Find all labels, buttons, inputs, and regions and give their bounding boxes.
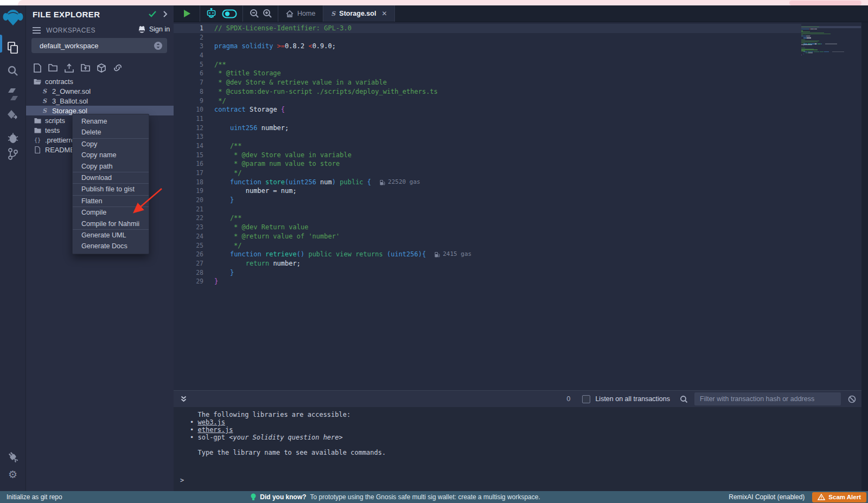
bullet: • [190, 418, 197, 426]
line-number: 11 [174, 114, 203, 124]
editor-minimap[interactable] [801, 22, 861, 102]
code-line-content: * @return value of 'number' [214, 232, 340, 241]
line-number: 5 [174, 60, 203, 69]
new-file-icon[interactable] [34, 63, 41, 73]
braces-icon: {} [34, 137, 41, 143]
chevron-right-icon[interactable] [163, 11, 168, 17]
upload-folder-icon[interactable] [81, 63, 90, 73]
minimap-line [801, 55, 861, 55]
code-token: { [367, 178, 371, 186]
menu-item-download[interactable]: Download [73, 172, 149, 183]
minimap-segment [807, 37, 811, 38]
search-icon[interactable] [680, 395, 688, 403]
code-line-14: 14 /** [174, 141, 801, 151]
upload-file-icon[interactable] [65, 63, 74, 73]
line-number: 12 [174, 124, 203, 133]
code-token: * @title Storage [214, 69, 281, 77]
code-token [214, 196, 230, 204]
solidity-icon: S [41, 98, 48, 105]
line-number: 17 [174, 169, 203, 178]
ai-robot-icon[interactable] [206, 8, 217, 19]
editor-scrollbar-track[interactable] [861, 22, 868, 491]
gas-estimate-badge: 22520 gas [380, 178, 420, 187]
menu-item-compile-for-nahmii[interactable]: Compile for Nahmii [73, 218, 149, 229]
settings-gear-icon[interactable]: ⚙ [0, 469, 25, 480]
tree-item-2-owner-sol[interactable]: S2_Owner.sol [26, 86, 174, 96]
browser-top-strip [0, 0, 868, 5]
editor-toolbar: Home S Storage.sol ✕ [174, 5, 868, 22]
transaction-filter-input[interactable] [694, 392, 841, 405]
line-number: 10 [174, 105, 203, 114]
new-folder-icon[interactable] [48, 63, 58, 73]
code-token: () [297, 250, 304, 258]
line-number: 4 [174, 51, 203, 60]
tab-storage-sol[interactable]: S Storage.sol ✕ [323, 5, 394, 22]
sign-in-button[interactable]: Sign in [138, 25, 170, 33]
tip-label: Did you know? [260, 493, 306, 501]
code-line-content: /** [214, 214, 242, 223]
menu-item-generate-uml[interactable]: Generate UML [73, 230, 149, 241]
menu-item-copy-path[interactable]: Copy path [73, 161, 149, 172]
code-line-21: 21 [174, 205, 801, 214]
menu-item-delete[interactable]: Delete [73, 127, 149, 138]
file-icon [34, 146, 41, 153]
menu-item-generate-docs[interactable]: Generate Docs [73, 241, 149, 252]
file-explorer-icon[interactable] [0, 41, 25, 54]
menu-item-rename[interactable]: Rename [73, 116, 149, 127]
minimap-segment [803, 46, 804, 46]
scam-alert-button[interactable]: Scam Alert [812, 492, 866, 502]
tree-item-contracts[interactable]: contracts [26, 76, 174, 86]
tree-item-label: scripts [45, 117, 65, 125]
code-line-13: 13 [174, 132, 801, 141]
code-editor[interactable]: 1// SPDX-License-Identifier: GPL-3.023pr… [174, 22, 861, 392]
zoom-out-icon[interactable] [250, 9, 259, 18]
zoom-in-icon[interactable] [263, 9, 272, 18]
code-token: number = num; [214, 187, 297, 195]
listen-transactions-checkbox[interactable] [582, 395, 590, 403]
hamburger-menu-icon[interactable] [33, 27, 41, 34]
code-token: } [230, 269, 234, 276]
run-script-icon[interactable] [183, 9, 191, 18]
link-icon[interactable] [113, 63, 123, 73]
code-line-content: * @title Storage [214, 69, 281, 78]
debugger-icon[interactable] [0, 132, 25, 144]
minimap-segment [825, 51, 828, 52]
terminal-link-web3-js[interactable]: web3.js [197, 418, 225, 426]
ipfs-box-icon[interactable] [97, 63, 106, 73]
solidity-compiler-icon[interactable] [0, 88, 25, 101]
line-number: 1 [174, 24, 203, 33]
terminal-output[interactable]: The following libraries are accessible:•… [174, 407, 861, 491]
code-line-content: /** [214, 141, 242, 151]
init-git-repo-button[interactable]: Initialize as git repo [7, 493, 62, 501]
gas-estimate-text: 2415 gas [443, 250, 471, 259]
toolbar-separator [242, 5, 243, 22]
line-number: 13 [174, 132, 203, 141]
menu-item-copy[interactable]: Copy [73, 139, 149, 150]
tab-home[interactable]: Home [278, 5, 323, 22]
ban-icon[interactable] [848, 395, 856, 403]
ai-toggle-icon[interactable] [222, 9, 237, 18]
git-icon[interactable] [0, 147, 25, 160]
workspace-select[interactable]: default_workspace [31, 38, 167, 53]
code-line-content: // SPDX-License-Identifier: GPL-3.0 [214, 24, 352, 33]
solidity-icon: S [41, 107, 48, 114]
code-line-content: } [214, 268, 234, 278]
plugin-manager-icon[interactable] [0, 451, 25, 463]
close-tab-icon[interactable]: ✕ [381, 10, 387, 17]
check-icon[interactable] [149, 11, 156, 17]
code-token: return [246, 260, 269, 267]
menu-item-copy-name[interactable]: Copy name [73, 150, 149, 160]
terminal-prompt[interactable]: > [180, 476, 861, 484]
code-line-content: * @param num value to store [214, 159, 340, 169]
code-line-19: 19 number = num; [174, 186, 801, 196]
code-line-content: return number; [214, 259, 301, 268]
code-line-content: */ [214, 96, 226, 106]
deploy-run-icon[interactable] [0, 109, 25, 122]
collapse-chevrons-icon[interactable] [180, 396, 187, 403]
minimap-segment [825, 43, 837, 44]
search-icon[interactable] [0, 65, 25, 77]
terminal-link-ethers-js[interactable]: ethers.js [197, 426, 233, 434]
sign-in-label: Sign in [149, 25, 170, 33]
tree-item-3-ballot-sol[interactable]: S3_Ballot.sol [26, 96, 174, 106]
copilot-status[interactable]: RemixAI Copilot (enabled) [729, 493, 805, 501]
